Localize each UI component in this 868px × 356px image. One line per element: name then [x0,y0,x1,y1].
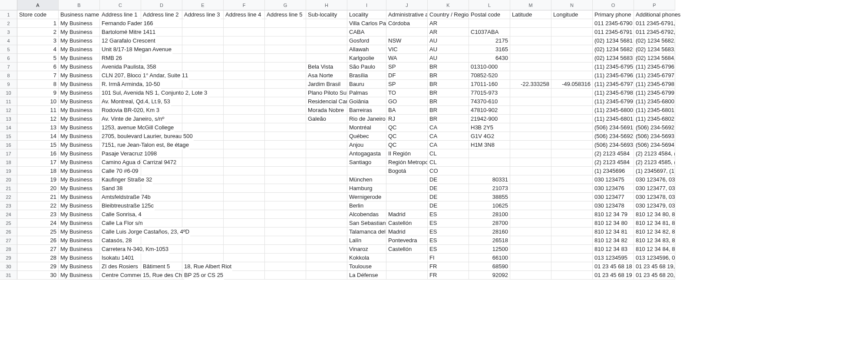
cell-N16[interactable] [551,141,593,149]
cell-K9[interactable]: BR [428,80,469,89]
cell-H8[interactable]: Asa Norte [306,71,347,80]
cell-L13[interactable]: 21942-900 [469,115,510,123]
cell-A15[interactable]: 14 [17,132,59,141]
cell-K30[interactable]: FR [428,262,469,271]
cell-J11[interactable]: GO [386,97,428,106]
row-header-22[interactable]: 22 [0,193,17,201]
select-all-corner[interactable] [0,0,17,10]
cell-B7[interactable]: My Business [59,63,100,71]
cell-G14[interactable] [265,123,306,132]
cell-C31[interactable]: Centre Commer [100,271,141,280]
cell-P26[interactable]: 810 12 34 82, 81 [634,227,675,236]
cell-N27[interactable] [551,236,593,245]
cell-L7[interactable]: 01310-000 [469,63,510,71]
cell-L15[interactable]: G1V 4G2 [469,132,510,141]
cell-G20[interactable] [265,175,306,184]
cell-N13[interactable] [551,115,593,123]
cell-G5[interactable] [265,45,306,54]
cell-A10[interactable]: 9 [17,89,59,97]
cell-P20[interactable]: 030 123476, 030 [634,175,675,184]
cell-L18[interactable] [469,158,510,167]
header-cell-A[interactable]: Store code [17,10,59,19]
row-header-8[interactable]: 8 [0,71,17,80]
cell-C24[interactable]: Calle Sonrisa, 4 [100,210,141,219]
cell-C12[interactable]: Rodovia BR-020, Km 3 [100,106,141,115]
header-cell-I[interactable]: Locality [347,10,386,19]
cell-C17[interactable]: Pasaje Veracruz 1098 [100,149,141,158]
cell-B18[interactable]: My Business [59,158,100,167]
cell-M12[interactable] [510,106,551,115]
row-header-29[interactable]: 29 [0,254,17,262]
cell-A16[interactable]: 15 [17,141,59,149]
cell-H10[interactable]: Plano Piloto Sul [306,89,347,97]
cell-B24[interactable]: My Business [59,210,100,219]
cell-L22[interactable]: 38855 [469,193,510,201]
cell-I14[interactable]: Montréal [347,123,386,132]
cell-A4[interactable]: 3 [17,36,59,45]
cell-C16[interactable]: 7151, rue Jean-Talon est, 8e étage [100,141,141,149]
cell-K25[interactable]: ES [428,219,469,227]
cell-E12[interactable] [182,106,224,115]
cell-B13[interactable]: My Business [59,115,100,123]
cell-J3[interactable] [386,28,428,36]
cell-F19[interactable] [224,167,265,175]
cell-B17[interactable]: My Business [59,149,100,158]
cell-G2[interactable] [265,19,306,28]
cell-P8[interactable]: (11) 2345-6797, [634,71,675,80]
cell-L10[interactable]: 77015-973 [469,89,510,97]
row-header-12[interactable]: 12 [0,106,17,115]
cell-N6[interactable] [551,54,593,63]
cell-C23[interactable]: Bleibtreustraße 125c [100,201,141,210]
cell-N21[interactable] [551,184,593,193]
cell-O31[interactable]: 01 23 45 68 19 [593,271,634,280]
cell-L25[interactable]: 28700 [469,219,510,227]
cell-E27[interactable] [182,236,224,245]
cell-N25[interactable] [551,219,593,227]
cell-N12[interactable] [551,106,593,115]
cell-G26[interactable] [265,227,306,236]
cell-J20[interactable] [386,175,428,184]
cell-O24[interactable]: 810 12 34 79 [593,210,634,219]
cell-C28[interactable]: Carretera N-340, Km-1053 [100,245,141,254]
cell-I29[interactable]: Kokkola [347,254,386,262]
col-header-A[interactable]: A [17,0,59,10]
cell-J27[interactable]: Pontevedra [386,236,428,245]
cell-A7[interactable]: 6 [17,63,59,71]
cell-I26[interactable]: Talamanca del J [347,227,386,236]
cell-P30[interactable]: 01 23 45 68 19, 0 [634,262,675,271]
cell-I21[interactable]: Hamburg [347,184,386,193]
cell-L27[interactable]: 26518 [469,236,510,245]
cell-G22[interactable] [265,193,306,201]
cell-J14[interactable]: QC [386,123,428,132]
cell-G24[interactable] [265,210,306,219]
cell-F8[interactable] [224,71,265,80]
cell-K22[interactable]: DE [428,193,469,201]
cell-J15[interactable]: QC [386,132,428,141]
cell-M25[interactable] [510,219,551,227]
cell-H16[interactable] [306,141,347,149]
cell-N19[interactable] [551,167,593,175]
cell-L28[interactable]: 12500 [469,245,510,254]
cell-N26[interactable] [551,227,593,236]
header-cell-D[interactable]: Address line 2 [141,10,182,19]
cell-H25[interactable] [306,219,347,227]
col-header-D[interactable]: D [141,0,182,10]
cell-N9[interactable]: -49.058316 [551,80,593,89]
row-header-15[interactable]: 15 [0,132,17,141]
cell-L17[interactable] [469,149,510,158]
cell-C7[interactable]: Avenida Paulista, 358 [100,63,141,71]
cell-H30[interactable] [306,262,347,271]
header-cell-C[interactable]: Address line 1 [100,10,141,19]
cell-M5[interactable] [510,45,551,54]
cell-K19[interactable]: CO [428,167,469,175]
cell-F2[interactable] [224,19,265,28]
cell-B12[interactable]: My Business [59,106,100,115]
cell-B5[interactable]: My Business [59,45,100,54]
cell-B26[interactable]: My Business [59,227,100,236]
cell-P16[interactable]: (506) 234-5694, [634,141,675,149]
cell-O18[interactable]: (2) 2123 4584 [593,158,634,167]
cell-L2[interactable] [469,19,510,28]
cell-I19[interactable] [347,167,386,175]
cell-L29[interactable]: 66100 [469,254,510,262]
cell-K18[interactable]: CL [428,158,469,167]
